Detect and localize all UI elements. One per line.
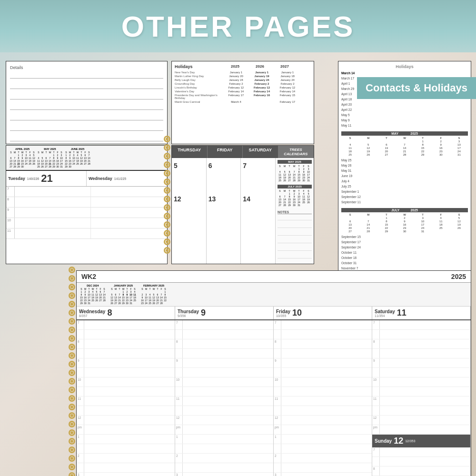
july-mini-calendar: JULY 2025 SMTWTFS 12345 6789101112 13141… — [341, 208, 468, 233]
wk2-wed-badge: 8/357 — [79, 314, 105, 317]
time-label-11: 11 — [6, 228, 15, 238]
spiral-ring — [69, 412, 75, 419]
mini-calendars-row: APRIL 2025 SMTWTFS 12345 6789101112 1314… — [6, 146, 167, 170]
list-item: July 25 — [341, 184, 468, 188]
detail-line-1 — [10, 72, 163, 79]
holiday-rows: New Year's DayJanuary 1January 1January … — [175, 71, 311, 103]
page-title: OTHER PAGES — [121, 10, 355, 43]
list-item: June 19 — [341, 174, 468, 178]
list-item: May 25 — [341, 158, 468, 162]
list-item: April 20 — [341, 102, 468, 107]
list-item: September 12 — [341, 195, 468, 199]
time-row-7: 7 — [6, 187, 167, 197]
spiral-ring — [164, 247, 170, 254]
list-item: April 22 — [341, 108, 468, 112]
feb-grid: SMTWTFS 1 2345678 9101112131415 16171819… — [140, 288, 167, 305]
sunday-badge: 12/353 — [405, 439, 415, 443]
detail-line-4 — [10, 103, 163, 110]
wk2-wed-col: 7 8 9 10 11 12 pm 1 2 3 4 5 — [77, 320, 175, 476]
list-item: September 1 — [341, 189, 468, 194]
sat-num-1: 7 — [243, 160, 273, 171]
friday-col: 6 13 — [207, 158, 241, 264]
spiral-ring — [164, 178, 170, 185]
tue-slot-10 — [15, 218, 91, 228]
wk2-sat-col: 7 8 9 10 11 12 pm Sunday 12 12/353 7 — [372, 320, 471, 476]
notes-lines-small — [278, 216, 312, 264]
list-item: July 4 — [341, 179, 468, 183]
spiral-ring — [69, 284, 75, 290]
spiral-ring — [164, 204, 170, 211]
background-area: Contacts & Holidays Details Holidays 202… — [0, 52, 476, 476]
list-item: March 14 — [341, 71, 468, 75]
contacts-holidays-badge: Contacts & Holidays — [357, 77, 476, 99]
list-item: Mardi Gras CarnivalMarch 4February 17 — [175, 100, 311, 103]
thu-sat-body: 5 12 6 13 7 14 MAY 2025 SMTWTFS 123 4567… — [172, 158, 314, 264]
year-2027: 2027 — [273, 64, 297, 69]
detail-line-6 — [10, 124, 163, 131]
list-item: Groundhog DayFebruary 2February 2Februar… — [175, 82, 311, 85]
wk2-fri-header: Friday 10/355 10 — [274, 307, 372, 319]
list-item: October 16 — [341, 256, 468, 260]
time-label-9: 9 — [6, 208, 15, 218]
spiral-ring — [164, 144, 170, 151]
contacts-holiday-list-2: May 25 May 26 May 31 June 19 July 4 July… — [341, 158, 468, 204]
time-label-10: 10 — [6, 218, 15, 228]
time-label-8: 8 — [6, 197, 15, 207]
time-rows: 7 8 9 10 11 — [6, 187, 167, 239]
wk2-sat-badge: 11/354 — [375, 314, 395, 317]
details-page: Details — [6, 61, 168, 144]
may-mini-calendar: MAY 2025 SMTWTFS 123 45678910 1112131415… — [341, 131, 468, 156]
spiral-ring — [69, 318, 75, 325]
spiral-ring — [69, 404, 75, 410]
may-cal-small: SMTWTFS 123 45678910 11121314151617 1819… — [278, 165, 312, 182]
list-item: Presidents Day and Washington's Birthday… — [175, 94, 311, 99]
list-item: September 15 — [341, 235, 468, 239]
spiral-ring — [164, 136, 170, 142]
list-item: May 26 — [341, 163, 468, 168]
wed-slot-9 — [91, 208, 167, 218]
calendars-col-header: TREES CALENDARS — [278, 146, 314, 158]
tue-slot-11 — [15, 228, 91, 238]
spiral-ring — [69, 292, 75, 299]
spiral-ring — [69, 369, 75, 376]
dec-grid: SMTWTFS 1234567 891011121314 15161718192… — [79, 288, 106, 305]
spiral-ring — [69, 395, 75, 402]
jan-grid: SMTWTFS 1234 567891011 12131415161718 19… — [110, 288, 137, 305]
detail-line-7 — [10, 135, 163, 141]
may-cal-grid: SMTWTFS 123 45678910 11121314151617 1819… — [341, 137, 468, 156]
wk2-thu-badge: 9/356 — [178, 314, 199, 317]
list-item: May 31 — [341, 169, 468, 173]
details-title: Details — [10, 65, 163, 70]
sunday-num: 12 — [394, 436, 403, 446]
tue-slot-8 — [15, 197, 91, 207]
spiral-ring — [69, 327, 75, 333]
tuesday-number: 21 — [41, 172, 52, 185]
wk2-page: WK2 2025 DEC 2024 SMTWTFS 1234567 891011… — [76, 270, 471, 476]
wk2-mini-cals: DEC 2024 SMTWTFS 1234567 891011121314 15… — [77, 283, 471, 307]
spiral-ring — [69, 429, 75, 436]
time-row-8: 8 — [6, 197, 167, 208]
list-item: September 11 — [341, 200, 468, 204]
spiral-ring — [69, 335, 75, 342]
thu-num-2: 12 — [174, 195, 204, 203]
list-item: New Year's DayJanuary 1January 1January … — [175, 71, 311, 74]
tue-slot-7 — [15, 187, 91, 197]
wk2-body: 7 8 9 10 11 12 pm 1 2 3 4 5 — [77, 320, 471, 476]
spiral-ring — [69, 344, 75, 350]
day-headers: Tuesday 140/226 21 Wednesday 141/225 — [6, 170, 167, 187]
thursday-col: 5 12 — [172, 158, 207, 264]
time-row-11: 11 — [6, 228, 167, 239]
july-cal-grid: SMTWTFS 12345 6789101112 13141516171819 … — [341, 213, 468, 233]
tuesday-badge: 140/226 — [27, 177, 39, 180]
wednesday-label: Wednesday — [89, 176, 112, 181]
tuesday-header: Tuesday 140/226 21 — [6, 171, 87, 186]
holidays-col-header: Holidays — [175, 64, 222, 69]
year-2025: 2025 — [223, 64, 247, 69]
holidays-page: Holidays 2025 2026 2027 New Year's DayJa… — [171, 61, 314, 144]
wk2-fri-label: Friday — [276, 309, 290, 314]
list-item: October 11 — [341, 250, 468, 255]
sunday-label: Sunday — [375, 438, 392, 444]
thu-num-1: 5 — [174, 160, 204, 171]
wk2-fri-num: 10 — [292, 308, 302, 318]
spiral-ring — [164, 238, 170, 245]
